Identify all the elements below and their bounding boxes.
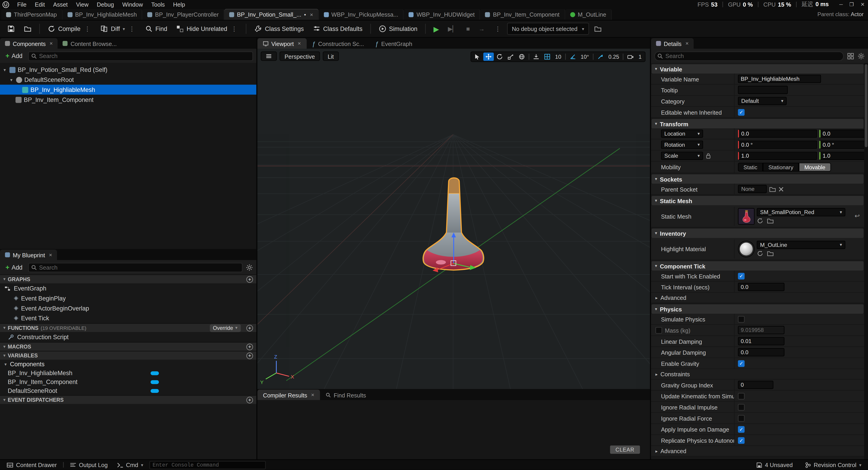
override-dropdown[interactable]: Override▾ xyxy=(210,324,241,332)
editable-checkbox[interactable]: ✓ xyxy=(738,109,745,115)
tree-row-defaultsceneroot[interactable]: ▾DefaultSceneRoot xyxy=(0,74,256,85)
minimize-icon[interactable]: ─ xyxy=(839,2,843,7)
asset-tab-bp-inv-item-component[interactable]: BP_Inv_Item_Component xyxy=(480,9,565,20)
parent-socket-value[interactable]: None xyxy=(738,185,767,193)
menu-tools[interactable]: Tools xyxy=(147,0,168,9)
asset-tab-thirdpersonmap[interactable]: ThirdPersonMap xyxy=(1,9,62,20)
apply-impulse-checkbox[interactable]: ✓ xyxy=(738,426,745,433)
variable-row-defaultsceneroot[interactable]: DefaultSceneRoot xyxy=(0,386,256,395)
add-macro-icon[interactable]: + xyxy=(246,343,253,350)
row-tick-advanced[interactable]: ▸Advanced xyxy=(651,293,864,303)
caret-down-icon[interactable]: ▾ xyxy=(9,77,14,82)
location-dropdown[interactable]: Location▾ xyxy=(661,129,703,138)
debug-browse-button[interactable] xyxy=(590,22,606,35)
debug-object-dropdown[interactable]: No debug object selected▾ xyxy=(507,23,589,35)
location-y-input[interactable] xyxy=(819,129,868,138)
display-filter-icon[interactable] xyxy=(847,52,854,60)
diff-button[interactable]: Diff▾⋮ xyxy=(96,22,140,35)
highlight-material-dropdown[interactable]: M_OutLine▾ xyxy=(757,241,845,249)
mass-input[interactable] xyxy=(738,326,784,334)
mobility-static-button[interactable]: Static xyxy=(738,163,763,171)
lit-dropdown[interactable]: Lit xyxy=(323,52,339,61)
add-function-icon[interactable]: + xyxy=(246,325,253,331)
section-inventory[interactable]: ▾Inventory xyxy=(652,229,864,238)
rotate-tool-button[interactable] xyxy=(494,53,505,61)
content-drawer-button[interactable]: Content Drawer xyxy=(4,460,60,470)
simulation-button[interactable]: Simulation xyxy=(375,22,421,35)
mass-override-checkbox[interactable] xyxy=(655,327,662,333)
clear-socket-icon[interactable] xyxy=(778,186,784,192)
viewport-menu-button[interactable] xyxy=(261,52,277,61)
scale-x-input[interactable] xyxy=(738,152,817,160)
ignore-radial-impulse-checkbox[interactable] xyxy=(738,404,745,410)
event-beginplay-row[interactable]: Event BeginPlay xyxy=(0,293,256,303)
caret-down-icon[interactable]: ▾ xyxy=(2,67,7,72)
reset-to-default-icon[interactable]: ↩ xyxy=(855,213,861,220)
grid-snap-value[interactable]: 10 xyxy=(553,54,563,60)
menu-window[interactable]: Window xyxy=(118,0,147,9)
menu-help[interactable]: Help xyxy=(169,0,189,9)
rotation-dropdown[interactable]: Rotation▾ xyxy=(661,140,703,149)
lock-icon[interactable] xyxy=(706,153,711,159)
rotation-snap-toggle[interactable] xyxy=(567,53,578,61)
play-options-button[interactable]: ⋮ xyxy=(490,22,506,35)
category-dropdown[interactable]: Default▾ xyxy=(738,97,787,105)
scale-dropdown[interactable]: Scale▾ xyxy=(661,152,703,160)
variable-row-item-component[interactable]: BP_Inv_Item_Component xyxy=(0,377,256,386)
simulate-physics-checkbox[interactable] xyxy=(738,316,745,322)
start-tick-checkbox[interactable]: ✓ xyxy=(738,273,745,279)
output-log-button[interactable]: Output Log xyxy=(67,460,111,470)
frame-skip-button[interactable]: ▶▏ xyxy=(444,22,461,35)
menu-debug[interactable]: Debug xyxy=(93,0,118,9)
mobility-movable-button[interactable]: Movable xyxy=(799,163,831,171)
tab-viewport[interactable]: Viewport× xyxy=(257,38,306,49)
tick-interval-input[interactable] xyxy=(738,283,784,291)
section-transform[interactable]: ▾Transform xyxy=(652,119,864,128)
add-graph-icon[interactable]: + xyxy=(246,276,253,283)
diff-options-icon[interactable]: ⋮ xyxy=(128,25,136,33)
asset-tab-wbp-inv-hudwidget[interactable]: WBP_Inv_HUDWidget xyxy=(404,9,480,20)
ignore-radial-force-checkbox[interactable] xyxy=(738,415,745,421)
functions-section-header[interactable]: ▾FUNCTIONS(19 OVERRIDABLE)Override▾+ xyxy=(0,323,256,332)
tab-construction-script[interactable]: ƒConstruction Sc... xyxy=(306,38,369,49)
caret-right-icon[interactable]: ▸ xyxy=(655,372,658,376)
row-physics-advanced[interactable]: ▸Advanced xyxy=(651,446,864,457)
tree-row-item-component[interactable]: BP_Inv_Item_Component xyxy=(0,95,256,105)
tab-details[interactable]: Details× xyxy=(651,38,694,49)
event-dispatchers-section-header[interactable]: ▾EVENT DISPATCHERS+ xyxy=(0,395,256,404)
static-mesh-dropdown[interactable]: SM_SmallPotion_Red▾ xyxy=(757,208,845,216)
gravity-group-index-input[interactable] xyxy=(738,381,774,389)
linear-damping-input[interactable] xyxy=(738,337,784,345)
caret-right-icon[interactable]: ▸ xyxy=(655,295,658,300)
clear-button[interactable]: CLEAR xyxy=(610,445,640,453)
viewport-3d[interactable]: Z X Y Perspective Lit xyxy=(257,49,650,389)
scale-snap-value[interactable]: 0.25 xyxy=(606,54,622,60)
macros-section-header[interactable]: ▾MACROS+ xyxy=(0,342,256,351)
menu-file[interactable]: File xyxy=(13,0,30,9)
caret-right-icon[interactable]: ▸ xyxy=(655,449,658,453)
variable-type-pill[interactable] xyxy=(151,371,159,375)
browse-to-asset-button[interactable] xyxy=(20,22,35,35)
event-actorbeginoverlap-row[interactable]: Event ActorBeginOverlap xyxy=(0,303,256,313)
grid-snap-toggle[interactable] xyxy=(542,53,552,61)
class-settings-button[interactable]: Class Settings xyxy=(251,22,308,35)
select-tool-button[interactable] xyxy=(472,53,483,61)
add-variable-icon[interactable]: + xyxy=(246,352,253,359)
construction-script-row[interactable]: Construction Script xyxy=(0,332,256,342)
section-variable[interactable]: ▾Variable xyxy=(652,64,864,73)
close-icon[interactable]: × xyxy=(50,40,53,46)
tab-eventgraph[interactable]: ƒEventGraph xyxy=(370,38,418,49)
browse-to-icon[interactable] xyxy=(767,250,774,257)
scale-y-input[interactable] xyxy=(819,152,868,160)
row-constraints[interactable]: ▸Constraints xyxy=(651,369,864,379)
tab-components[interactable]: Components× xyxy=(0,38,58,49)
menu-asset[interactable]: Asset xyxy=(50,0,72,9)
move-tool-button[interactable] xyxy=(483,53,494,61)
play-button[interactable]: ▶ xyxy=(430,22,443,35)
section-sockets[interactable]: ▾Sockets xyxy=(652,174,864,184)
details-search-input[interactable] xyxy=(654,51,844,61)
close-icon[interactable]: × xyxy=(685,40,689,46)
gear-icon[interactable] xyxy=(246,264,253,271)
asset-tab-bp-inv-highliablemesh[interactable]: BP_Inv_HighliableMesh xyxy=(62,9,142,20)
save-button[interactable] xyxy=(3,22,19,35)
